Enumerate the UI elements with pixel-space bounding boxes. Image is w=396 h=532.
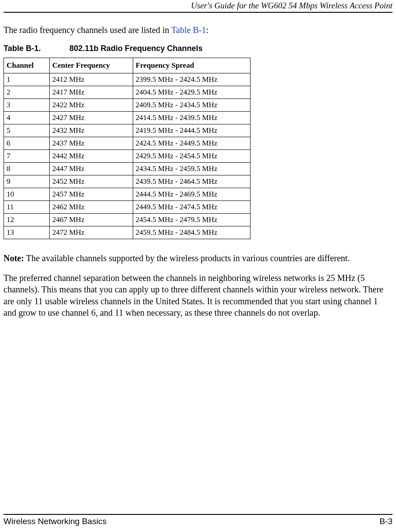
table-cell: 2399.5 MHz - 2424.5 MHz	[133, 73, 250, 86]
table-cell: 2472 MHz	[49, 226, 133, 239]
page-footer: Wireless Networking Basics B-3	[4, 514, 392, 526]
intro-suffix: :	[206, 25, 209, 35]
table-cell: 2454.5 MHz - 2479.5 MHz	[133, 214, 250, 226]
table-cell: 2432 MHz	[49, 124, 133, 137]
table-row: 122467 MHz2454.5 MHz - 2479.5 MHz	[4, 214, 251, 226]
table-header-row: Channel Center Frequency Frequency Sprea…	[4, 58, 251, 73]
table-cell: 2437 MHz	[49, 137, 133, 150]
table-cell: 11	[4, 201, 50, 214]
table-ref-link[interactable]: Table B-1	[171, 25, 206, 35]
table-cell: 10	[4, 188, 50, 201]
col-frequency-spread: Frequency Spread	[133, 58, 250, 73]
table-cell: 2409.5 MHz - 2434.5 MHz	[133, 99, 250, 112]
table-caption-label: Table B-1.	[4, 44, 69, 53]
table-cell: 2462 MHz	[49, 201, 133, 214]
table-cell: 6	[4, 137, 50, 150]
table-cell: 2434.5 MHz - 2459.5 MHz	[133, 163, 250, 175]
table-row: 132472 MHz2459.5 MHz - 2484.5 MHz	[4, 226, 251, 239]
table-cell: 2	[4, 86, 50, 99]
table-cell: 1	[4, 73, 50, 86]
table-cell: 2442 MHz	[49, 150, 133, 163]
table-cell: 5	[4, 124, 50, 137]
header-title: User's Guide for the WG602 54 Mbps Wirel…	[4, 0, 392, 12]
footer-rule	[4, 514, 392, 515]
footer-page: B-3	[379, 517, 392, 526]
table-cell: 12	[4, 214, 50, 226]
table-row: 42427 MHz2414.5 MHz - 2439.5 MHz	[4, 112, 251, 124]
body-paragraph-1: The preferred channel separation between…	[4, 272, 392, 319]
table-row: 112462 MHz2449.5 MHz - 2474.5 MHz	[4, 201, 251, 214]
table-row: 22417 MHz2404.5 MHz - 2429.5 MHz	[4, 86, 251, 99]
intro-prefix: The radio frequency channels used are li…	[4, 25, 171, 35]
table-cell: 3	[4, 99, 50, 112]
frequency-table: Channel Center Frequency Frequency Sprea…	[4, 58, 251, 239]
table-cell: 9	[4, 175, 50, 188]
table-row: 102457 MHz2444.5 MHz - 2469.5 MHz	[4, 188, 251, 201]
table-row: 12412 MHz2399.5 MHz - 2424.5 MHz	[4, 73, 251, 86]
footer-section: Wireless Networking Basics	[4, 517, 106, 526]
table-row: 82447 MHz2434.5 MHz - 2459.5 MHz	[4, 163, 251, 175]
table-cell: 4	[4, 112, 50, 124]
table-cell: 2457 MHz	[49, 188, 133, 201]
table-cell: 2459.5 MHz - 2484.5 MHz	[133, 226, 250, 239]
note-text: The available channels supported by the …	[24, 253, 350, 263]
table-row: 52432 MHz2419.5 MHz - 2444.5 MHz	[4, 124, 251, 137]
table-row: 62437 MHz2424.5 MHz - 2449.5 MHz	[4, 137, 251, 150]
table-row: 72442 MHz2429.5 MHz - 2454.5 MHz	[4, 150, 251, 163]
table-cell: 2429.5 MHz - 2454.5 MHz	[133, 150, 250, 163]
table-cell: 2419.5 MHz - 2444.5 MHz	[133, 124, 250, 137]
table-cell: 2422 MHz	[49, 99, 133, 112]
table-cell: 2449.5 MHz - 2474.5 MHz	[133, 201, 250, 214]
table-cell: 2414.5 MHz - 2439.5 MHz	[133, 112, 250, 124]
table-cell: 2452 MHz	[49, 175, 133, 188]
table-caption: Table B-1.802.11b Radio Frequency Channe…	[4, 44, 392, 53]
table-cell: 2417 MHz	[49, 86, 133, 99]
table-cell: 2444.5 MHz - 2469.5 MHz	[133, 188, 250, 201]
note-label: Note:	[4, 253, 24, 263]
table-cell: 2467 MHz	[49, 214, 133, 226]
intro-paragraph: The radio frequency channels used are li…	[4, 25, 392, 35]
table-cell: 2439.5 MHz - 2464.5 MHz	[133, 175, 250, 188]
col-center-frequency: Center Frequency	[49, 58, 133, 73]
table-cell: 7	[4, 150, 50, 163]
table-caption-title: 802.11b Radio Frequency Channels	[69, 44, 203, 53]
table-cell: 2404.5 MHz - 2429.5 MHz	[133, 86, 250, 99]
note-paragraph: Note: The available channels supported b…	[4, 253, 392, 263]
table-cell: 8	[4, 163, 50, 175]
table-cell: 2427 MHz	[49, 112, 133, 124]
col-channel: Channel	[4, 58, 50, 73]
table-cell: 13	[4, 226, 50, 239]
table-row: 92452 MHz2439.5 MHz - 2464.5 MHz	[4, 175, 251, 188]
table-row: 32422 MHz2409.5 MHz - 2434.5 MHz	[4, 99, 251, 112]
header-rule	[4, 12, 392, 13]
table-cell: 2412 MHz	[49, 73, 133, 86]
table-cell: 2424.5 MHz - 2449.5 MHz	[133, 137, 250, 150]
table-cell: 2447 MHz	[49, 163, 133, 175]
